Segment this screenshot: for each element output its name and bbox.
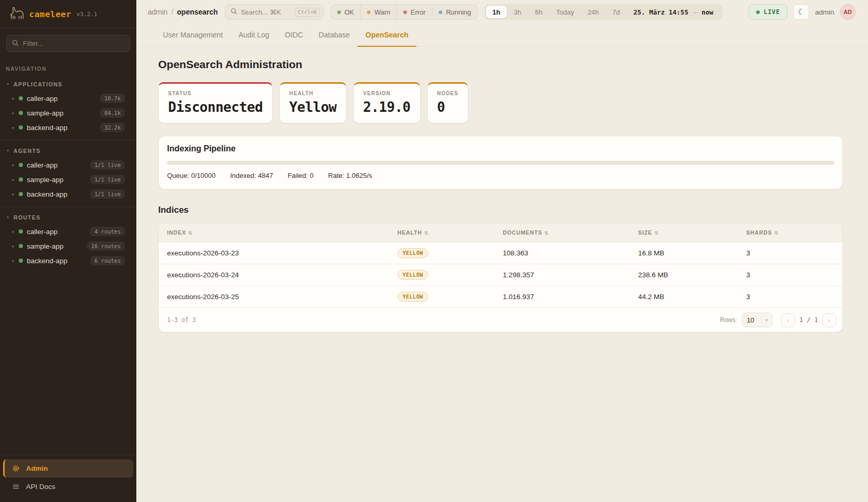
time-range-24h[interactable]: 24h (581, 6, 605, 18)
health-badge: YELLOW (398, 292, 428, 302)
chevron-right-icon: › (828, 316, 830, 324)
column-header-health[interactable]: HEALTH⇅ (389, 223, 494, 242)
chevron-right-icon: ▸ (12, 259, 15, 263)
page-indicator: 1 / 1 (799, 316, 818, 324)
time-from: 25. März 14:55 (633, 8, 688, 16)
pipeline-stat-failed: Failed: 0 (288, 172, 314, 179)
sidebar-item-agent-backend[interactable]: ▸ backend-app 1/1 live (0, 187, 136, 201)
status-dot (19, 244, 23, 248)
chevron-down-icon: ▾ (7, 82, 9, 86)
live-badge: 1/1 live (90, 175, 125, 184)
sidebar-item-app-caller[interactable]: ▸ caller-app 10.7k (0, 91, 136, 106)
page-title: OpenSearch Administration (158, 58, 843, 71)
filter-running[interactable]: Running (432, 5, 477, 19)
column-header-size[interactable]: SIZE⇅ (630, 223, 738, 242)
pipeline-progress-track (167, 161, 834, 165)
sidebar-item-routes-backend[interactable]: ▸ backend-app 6 routes (0, 253, 136, 268)
cell-documents: 1.016.937 (494, 286, 630, 308)
theme-toggle-button[interactable]: ☾ (793, 4, 809, 20)
search-icon (231, 7, 237, 17)
status-dot (19, 229, 23, 234)
tab-oidc[interactable]: OIDC (277, 24, 311, 47)
group-header-routes[interactable]: ▾ ROUTES (0, 211, 136, 224)
error-dot-icon (403, 10, 407, 14)
prev-page-button[interactable]: ‹ (781, 313, 795, 327)
next-page-button[interactable]: › (822, 313, 836, 327)
search-icon (12, 39, 19, 48)
stat-card-status: STATUS Disconnected (158, 82, 273, 123)
main-area: admin / opensearch Ctrl+K OK Warn (136, 0, 868, 502)
sidebar-footer: Admin API Docs (0, 455, 136, 502)
cell-shards: 3 (738, 264, 843, 286)
camel-logo-icon (8, 5, 24, 23)
sidebar-item-routes-caller[interactable]: ▸ caller-app 4 routes (0, 224, 136, 239)
pagination-controls: Rows: 10 ▾ ‹ 1 / 1 › (720, 313, 836, 327)
tab-audit-log[interactable]: Audit Log (231, 24, 277, 47)
count-badge: 84.1k (100, 108, 125, 118)
sidebar-item-routes-sample[interactable]: ▸ sample-app 16 routes (0, 239, 136, 253)
time-range-3h[interactable]: 3h (508, 6, 528, 18)
sidebar-item-agent-sample[interactable]: ▸ sample-app 1/1 live (0, 172, 136, 187)
time-range-group: 1h 3h 6h Today 24h 7d 25. März 14:55 — n… (484, 4, 722, 20)
time-range-1h[interactable]: 1h (486, 6, 506, 18)
group-header-applications[interactable]: ▾ APPLICATIONS (0, 78, 136, 91)
tab-database[interactable]: Database (311, 24, 358, 47)
indices-table-card: INDEX⇅ HEALTH⇅ DOCUMENTS⇅ SIZE⇅ SHARDS⇅ … (158, 223, 843, 332)
search-input[interactable] (241, 8, 291, 16)
cell-documents: 108.363 (494, 242, 630, 264)
column-header-documents[interactable]: DOCUMENTS⇅ (494, 223, 630, 242)
pipeline-stat-queue: Queue: 0/10000 (167, 172, 215, 179)
status-dot (19, 192, 23, 196)
group-header-agents[interactable]: ▾ AGENTS (0, 145, 136, 158)
count-badge: 10.7k (100, 94, 125, 103)
chevron-down-icon: ▾ (765, 318, 768, 323)
sort-icon: ⇅ (188, 230, 193, 236)
time-range-6h[interactable]: 6h (529, 6, 548, 18)
status-dot (19, 96, 23, 100)
breadcrumb-current: opensearch (177, 8, 218, 16)
result-range: 1-3 of 3 (167, 316, 196, 324)
rows-per-page-select[interactable]: 10 ▾ (742, 313, 772, 327)
tab-user-management[interactable]: User Management (155, 24, 231, 47)
stat-card-health: HEALTH Yellow (279, 82, 347, 123)
filter-warn[interactable]: Warn (360, 5, 397, 19)
live-badge: 1/1 live (90, 189, 125, 199)
ok-dot-icon (337, 10, 341, 14)
sidebar-item-app-sample[interactable]: ▸ sample-app 84.1k (0, 106, 136, 120)
time-range-7d[interactable]: 7d (606, 6, 626, 18)
status-dot (19, 259, 23, 263)
filter-input[interactable] (23, 40, 124, 47)
status-filter-group: OK Warn Error Running (330, 4, 478, 20)
time-range-display[interactable]: 25. März 14:55 — now (627, 8, 720, 16)
live-toggle-button[interactable]: LIVE (749, 4, 788, 20)
avatar[interactable]: AD (840, 4, 856, 20)
routes-badge: 6 routes (90, 256, 125, 265)
breadcrumb-parent[interactable]: admin (148, 8, 168, 16)
sort-icon: ⇅ (654, 230, 658, 236)
filter-ok[interactable]: OK (331, 5, 361, 19)
sidebar-item-app-backend[interactable]: ▸ backend-app 32.2k (0, 120, 136, 135)
sidebar-item-admin[interactable]: Admin (3, 459, 133, 478)
sidebar-item-api-docs[interactable]: API Docs (3, 478, 133, 496)
pipeline-stat-indexed: Indexed: 4847 (230, 172, 273, 179)
group-routes: ▾ ROUTES ▸ caller-app 4 routes ▸ sample-… (0, 207, 136, 273)
filter-error[interactable]: Error (397, 5, 432, 19)
status-value: Disconnected (168, 99, 263, 115)
chevron-right-icon: ▸ (12, 244, 15, 249)
routes-badge: 16 routes (87, 241, 125, 251)
rows-per-page-label: Rows: (720, 316, 737, 324)
tab-opensearch[interactable]: OpenSearch (358, 24, 416, 47)
sidebar-filter[interactable] (6, 35, 130, 52)
logo: cameleer v3.2.1 (0, 0, 136, 29)
cell-documents: 1.298.357 (494, 264, 630, 286)
cell-shards: 3 (738, 242, 843, 264)
time-range-today[interactable]: Today (550, 6, 580, 18)
sidebar-item-agent-caller[interactable]: ▸ caller-app 1/1 live (0, 158, 136, 172)
column-header-shards[interactable]: SHARDS⇅ (738, 223, 843, 242)
global-search[interactable]: Ctrl+K (225, 4, 324, 20)
time-separator: — (693, 8, 697, 16)
warn-dot-icon (367, 10, 371, 14)
column-header-index[interactable]: INDEX⇅ (159, 223, 389, 242)
pager: ‹ 1 / 1 › (781, 313, 836, 327)
health-badge: YELLOW (398, 270, 428, 280)
